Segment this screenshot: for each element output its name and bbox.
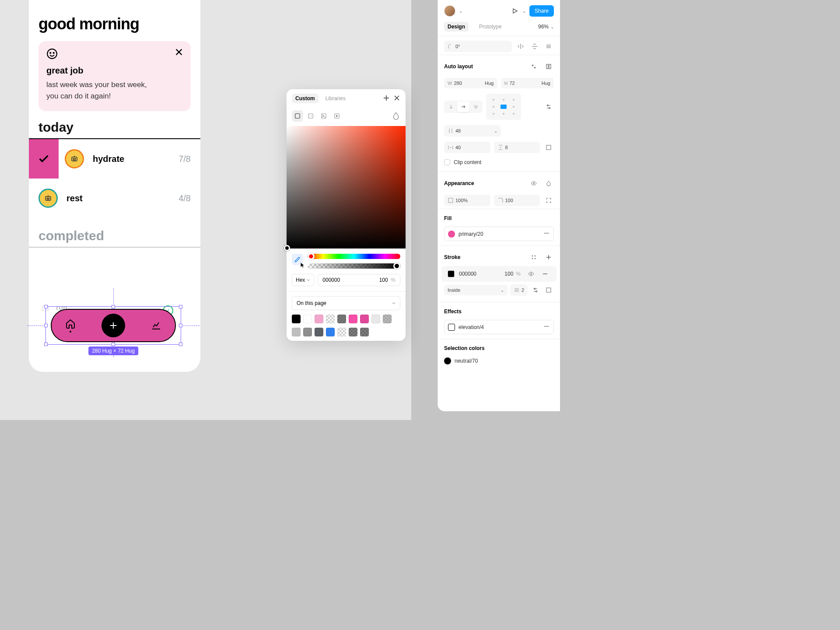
color-swatch[interactable] (383, 315, 392, 323)
fill-gradient-icon[interactable] (305, 110, 316, 122)
stroke-visibility-icon[interactable] (526, 269, 536, 279)
autolayout-settings-icon[interactable] (543, 61, 554, 72)
svg-rect-23 (546, 145, 551, 150)
blend-layer-icon[interactable] (543, 178, 554, 189)
fill-swatch (448, 231, 455, 238)
color-swatch[interactable] (371, 315, 380, 323)
svg-point-27 (535, 256, 536, 257)
color-swatch[interactable] (349, 328, 357, 336)
on-this-page-dropdown[interactable]: On this page (292, 296, 400, 310)
clip-content-checkbox[interactable] (444, 159, 450, 165)
width-input[interactable]: W 280 Hug (444, 78, 497, 88)
direction-toggle[interactable] (444, 101, 483, 113)
color-swatch[interactable] (337, 315, 346, 323)
detach-effect-icon[interactable] (543, 323, 550, 331)
stroke-advanced-icon[interactable] (530, 285, 541, 295)
opacity-input[interactable]: 100% (444, 195, 490, 206)
present-chevron-icon[interactable]: ⌄ (522, 9, 526, 14)
color-swatch[interactable] (292, 328, 301, 336)
padding-vertical-input[interactable]: 8 (494, 142, 540, 153)
stroke-per-side-icon[interactable] (543, 285, 554, 295)
rotation-input[interactable]: 0° (444, 41, 512, 52)
banner-body-line1: last week was your best week, (46, 79, 183, 91)
present-button[interactable] (511, 7, 519, 15)
stroke-weight-input[interactable]: 2 (510, 284, 528, 296)
fill-video-icon[interactable] (331, 110, 343, 122)
color-swatch[interactable] (326, 328, 335, 336)
stroke-hex[interactable]: 000000 (457, 271, 502, 277)
habit-row-hydrate[interactable]: hydrate 7/8 (29, 139, 200, 178)
color-tab-libraries[interactable]: Libraries (322, 94, 349, 103)
blend-mode-icon[interactable] (392, 112, 400, 120)
direction-vertical-icon[interactable] (445, 102, 457, 112)
avatar-chevron-icon[interactable]: ⌄ (459, 9, 462, 14)
eyedropper-button[interactable] (292, 254, 303, 265)
color-mode-select[interactable]: Hex (292, 274, 314, 286)
fill-image-icon[interactable] (318, 110, 329, 122)
padding-individual-icon[interactable] (543, 142, 554, 153)
fill-style-chip[interactable]: primary/20 (444, 227, 554, 241)
banner-close-icon[interactable] (174, 47, 184, 57)
flip-vertical-icon[interactable] (529, 41, 540, 52)
hue-slider[interactable] (308, 254, 400, 259)
align-tidy-icon[interactable] (543, 41, 554, 52)
svg-rect-19 (546, 64, 548, 69)
individual-corners-icon[interactable] (543, 195, 554, 206)
color-swatch[interactable] (360, 328, 369, 336)
tab-prototype[interactable]: Prototype (476, 22, 505, 32)
remove-autolayout-icon[interactable] (528, 61, 539, 72)
nav-home-icon[interactable] (63, 318, 77, 332)
color-swatch[interactable] (326, 315, 335, 323)
canvas[interactable]: good morning great job last week was you… (0, 0, 411, 420)
color-swatch[interactable] (349, 315, 357, 323)
zoom-control[interactable]: 96% ⌄ (538, 24, 554, 30)
selection-color-row[interactable]: neutral/70 (438, 355, 560, 367)
color-field[interactable] (287, 126, 406, 248)
alpha-slider[interactable] (308, 263, 400, 269)
direction-horizontal-icon[interactable] (457, 102, 469, 112)
autolayout-advanced-icon[interactable] (543, 102, 554, 112)
gap-input[interactable]: 48 ⌄ (444, 125, 501, 136)
stroke-style-icon[interactable] (528, 252, 539, 262)
color-field-cursor[interactable] (284, 245, 290, 251)
color-swatch[interactable] (292, 315, 301, 323)
selected-nav-pill-frame[interactable]: 280 Hug × 72 Hug (48, 309, 178, 342)
effect-style-name: elevation/4 (458, 324, 484, 330)
visibility-icon[interactable] (528, 178, 539, 189)
banner-body-line2: you can do it again! (46, 91, 183, 102)
color-swatch[interactable] (360, 315, 369, 323)
add-stroke-icon[interactable] (543, 252, 554, 262)
fill-solid-icon[interactable] (292, 110, 303, 122)
effect-style-chip[interactable]: elevation/4 (444, 320, 554, 334)
color-swatch[interactable] (315, 315, 323, 323)
nav-stats-icon[interactable] (149, 318, 163, 332)
tab-design[interactable]: Design (444, 22, 469, 32)
flip-horizontal-icon[interactable] (515, 41, 526, 52)
habit-count: 4/8 (178, 193, 191, 203)
nav-add-button[interactable] (102, 314, 125, 337)
color-tab-custom[interactable]: Custom (292, 94, 318, 103)
svg-point-28 (532, 258, 533, 259)
close-popover-icon[interactable] (393, 94, 400, 102)
share-button[interactable]: Share (529, 5, 554, 17)
color-swatch[interactable] (303, 328, 312, 336)
height-input[interactable]: H 72 Hug (501, 78, 554, 88)
hex-input[interactable]: 000000 100 % (318, 274, 400, 286)
color-swatch[interactable] (315, 328, 323, 336)
color-swatch[interactable] (303, 315, 312, 323)
color-swatch[interactable] (337, 328, 346, 336)
corner-radius-input[interactable]: 100 (494, 195, 540, 206)
section-completed: completed (29, 228, 200, 247)
detach-style-icon[interactable] (543, 230, 550, 238)
stroke-swatch[interactable] (448, 270, 455, 277)
add-color-icon[interactable] (383, 94, 390, 102)
stroke-position-select[interactable]: Inside⌄ (444, 285, 508, 295)
padding-horizontal-input[interactable]: 40 (444, 142, 490, 153)
direction-wrap-icon[interactable] (469, 102, 482, 112)
color-picker-popover[interactable]: Custom Libraries (287, 89, 406, 341)
habit-checked-block[interactable] (29, 139, 59, 178)
remove-stroke-icon[interactable] (540, 269, 550, 279)
habit-row-rest[interactable]: rest 4/8 (29, 178, 200, 218)
user-avatar[interactable] (444, 5, 455, 17)
alignment-control[interactable] (486, 94, 521, 120)
